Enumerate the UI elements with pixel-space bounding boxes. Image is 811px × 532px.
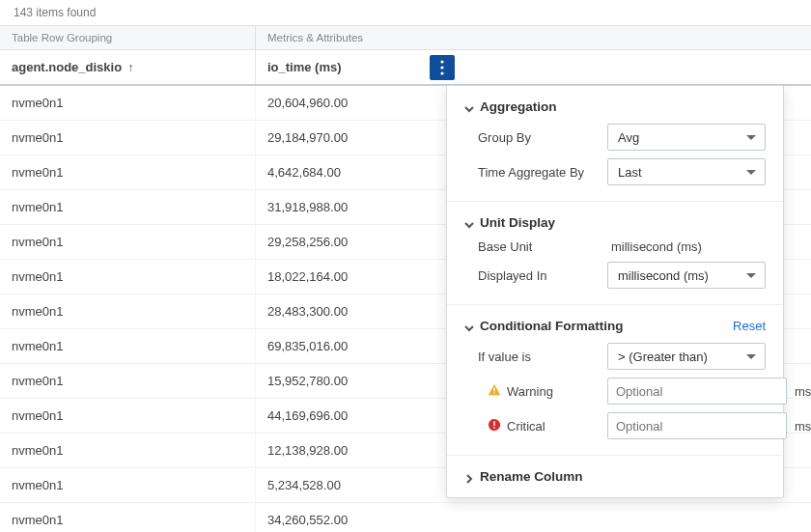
- time-aggregate-label: Time Aggregate By: [464, 165, 600, 180]
- table-row[interactable]: nvme0n134,260,552.00: [0, 503, 811, 532]
- cell-group: nvme0n1: [0, 329, 256, 363]
- group-by-value: Avg: [618, 130, 639, 145]
- time-aggregate-value: Last: [618, 165, 642, 180]
- cell-group: nvme0n1: [0, 294, 256, 328]
- svg-point-0: [440, 60, 443, 63]
- cell-metric: 69,835,016.00: [256, 329, 359, 363]
- displayed-in-value: millisecond (ms): [618, 268, 709, 283]
- vertical-dots-icon: [440, 60, 444, 75]
- cell-metric: 34,260,552.00: [256, 503, 359, 532]
- displayed-in-label: Displayed In: [464, 268, 600, 283]
- cell-group: nvme0n1: [0, 121, 256, 154]
- section-unit-display: Unit Display Base Unit millisecond (ms) …: [447, 202, 783, 305]
- cell-group: nvme0n1: [0, 468, 256, 502]
- category-header-row: Table Row Grouping Metrics & Attributes: [0, 25, 811, 50]
- warning-icon: [488, 383, 501, 400]
- warning-suffix: ms: [795, 384, 811, 399]
- cell-group: nvme0n1: [0, 190, 256, 224]
- if-value-select[interactable]: > (Greater than): [607, 343, 766, 370]
- section-rename-toggle[interactable]: Rename Column: [447, 456, 783, 497]
- reset-link[interactable]: Reset: [733, 319, 766, 333]
- cell-group: nvme0n1: [0, 434, 256, 467]
- column-header-group[interactable]: agent.node_diskio ↑: [0, 50, 256, 84]
- svg-rect-4: [493, 387, 494, 391]
- group-by-select[interactable]: Avg: [607, 124, 766, 151]
- cell-metric: 20,604,960.00: [256, 86, 359, 120]
- section-unit-title: Unit Display: [480, 215, 555, 230]
- cell-metric: 29,258,256.00: [256, 225, 359, 259]
- section-conditional-toggle[interactable]: Conditional Formatting: [464, 319, 623, 333]
- chevron-down-icon: [464, 218, 474, 228]
- section-conditional-title: Conditional Formatting: [480, 319, 623, 333]
- cell-group: nvme0n1: [0, 399, 256, 433]
- if-value-label: If value is: [464, 350, 600, 364]
- cell-metric: 15,952,780.00: [256, 364, 359, 398]
- displayed-in-select[interactable]: millisecond (ms): [607, 262, 766, 289]
- category-metric: Metrics & Attributes: [256, 26, 811, 49]
- svg-rect-8: [493, 427, 494, 429]
- cell-metric: 29,184,970.00: [256, 121, 359, 154]
- cell-metric: 44,169,696.00: [256, 399, 359, 433]
- cell-group: nvme0n1: [0, 225, 256, 259]
- column-header-group-label: agent.node_diskio: [12, 60, 122, 74]
- base-unit-value: millisecond (ms): [607, 239, 766, 254]
- cell-metric: 28,483,300.00: [256, 294, 359, 328]
- column-header-metric-label: io_time (ms): [267, 60, 342, 74]
- cell-metric: 18,022,164.00: [256, 260, 359, 294]
- if-value-value: > (Greater than): [618, 350, 708, 364]
- time-aggregate-select[interactable]: Last: [607, 158, 766, 185]
- cell-group: nvme0n1: [0, 86, 256, 120]
- critical-icon: [488, 418, 501, 434]
- section-aggregation-toggle[interactable]: Aggregation: [464, 99, 766, 114]
- critical-suffix: ms: [795, 419, 811, 434]
- sort-ascending-icon: ↑: [127, 60, 134, 74]
- results-count: 143 items found: [0, 0, 811, 25]
- column-headers: agent.node_diskio ↑ io_time (ms): [0, 50, 811, 86]
- column-header-metric[interactable]: io_time (ms): [256, 50, 430, 84]
- chevron-down-icon: [464, 102, 474, 112]
- warning-label: Warning: [464, 383, 600, 400]
- cell-group: nvme0n1: [0, 503, 256, 532]
- section-conditional: Conditional Formatting Reset If value is…: [447, 305, 783, 456]
- svg-rect-5: [493, 392, 494, 393]
- section-unit-toggle[interactable]: Unit Display: [464, 215, 766, 230]
- critical-input[interactable]: [607, 412, 787, 439]
- warning-input[interactable]: [607, 378, 787, 405]
- critical-label-text: Critical: [507, 419, 545, 434]
- svg-rect-7: [493, 421, 494, 426]
- cell-metric: 31,918,988.00: [256, 190, 359, 224]
- cell-group: nvme0n1: [0, 260, 256, 294]
- cell-group: nvme0n1: [0, 364, 256, 398]
- group-by-label: Group By: [464, 130, 600, 145]
- critical-label: Critical: [464, 418, 600, 434]
- cell-metric: 4,642,684.00: [256, 155, 352, 189]
- column-menu-button[interactable]: [430, 55, 455, 80]
- section-aggregation-title: Aggregation: [480, 99, 557, 114]
- cell-metric: 12,138,928.00: [256, 434, 359, 467]
- base-unit-label: Base Unit: [464, 239, 600, 254]
- chevron-down-icon: [464, 322, 474, 331]
- svg-point-1: [440, 66, 443, 69]
- cell-group: nvme0n1: [0, 155, 256, 189]
- section-aggregation: Aggregation Group By Avg Time Aggregate …: [447, 86, 783, 202]
- cell-metric: 5,234,528.00: [256, 468, 352, 502]
- svg-point-2: [440, 71, 443, 74]
- warning-label-text: Warning: [507, 384, 553, 399]
- category-group: Table Row Grouping: [0, 26, 256, 49]
- column-settings-popover: Aggregation Group By Avg Time Aggregate …: [446, 85, 784, 498]
- chevron-right-icon: [464, 472, 474, 482]
- section-rename-title: Rename Column: [480, 469, 583, 484]
